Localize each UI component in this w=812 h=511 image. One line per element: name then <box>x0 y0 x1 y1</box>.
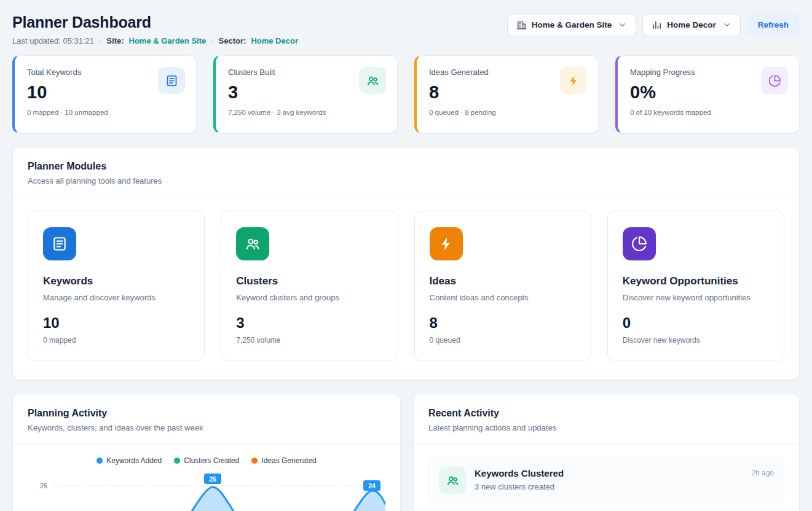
section-title: Recent Activity <box>428 408 784 419</box>
lightning-bolt-icon <box>560 67 587 94</box>
chart-legend: Keywords Added Clusters Created Ideas Ge… <box>28 456 385 465</box>
bar-chart-icon <box>652 20 662 30</box>
area-chart: 25 25 24 <box>28 472 385 511</box>
recent-activity-panel: Recent Activity Latest planning actions … <box>413 394 800 511</box>
legend-dot-icon <box>97 458 103 464</box>
module-title: Keyword Opportunities <box>623 275 769 287</box>
sector-selector-dropdown[interactable]: Home Decor <box>642 14 741 36</box>
meta-separator: · <box>211 36 213 45</box>
refresh-button[interactable]: Refresh <box>747 14 800 36</box>
module-title: Ideas <box>430 275 576 287</box>
chevron-down-icon <box>722 20 731 29</box>
point-label: 24 <box>368 482 376 490</box>
pie-chart-icon <box>761 67 788 94</box>
section-subtitle: Latest planning actions and updates <box>428 423 784 432</box>
planning-activity-panel: Planning Activity Keywords, clusters, an… <box>12 394 401 511</box>
module-subtitle: 0 mapped <box>43 336 189 345</box>
module-card-keyword-opportunities[interactable]: Keyword Opportunities Discover new keywo… <box>607 211 784 361</box>
legend-label: Clusters Created <box>184 456 239 465</box>
bottom-row: Planning Activity Keywords, clusters, an… <box>12 394 800 511</box>
legend-item-keywords-added: Keywords Added <box>97 456 162 465</box>
activity-description: 3 new clusters created <box>475 482 743 491</box>
stat-subtitle: 0 queued · 8 pending <box>429 109 586 116</box>
site-label: Site: <box>106 36 124 45</box>
module-description: Content ideas and concepts <box>430 293 576 302</box>
stats-row: Total Keywords 10 0 mapped · 10 unmapped… <box>12 55 800 133</box>
module-subtitle: 7,250 volume <box>236 336 382 345</box>
pie-chart-icon <box>623 227 656 260</box>
section-title: Planner Modules <box>28 161 784 172</box>
activity-list-item: Keywords Clustered 3 new clusters create… <box>428 458 784 503</box>
module-value: 3 <box>236 314 382 332</box>
data-point-label-badge: 24 <box>363 480 380 491</box>
stat-subtitle: 0 mapped · 10 unmapped <box>27 109 184 116</box>
module-title: Keywords <box>43 275 189 287</box>
planner-modules-header: Planner Modules Access all planning tool… <box>13 147 799 197</box>
module-title: Clusters <box>236 275 382 287</box>
section-subtitle: Access all planning tools and features <box>28 176 784 185</box>
sector-selector-label: Home Decor <box>667 20 716 29</box>
site-selector-label: Home & Garden Site <box>532 20 612 29</box>
meta-separator: · <box>99 36 101 45</box>
header-meta: Last updated: 05:31:21 · Site: Home & Ga… <box>12 36 298 45</box>
planner-dashboard-page: Planner Dashboard Last updated: 05:31:21… <box>0 0 812 511</box>
point-label: 25 <box>209 475 216 483</box>
module-description: Discover new keyword opportunities <box>623 293 769 302</box>
legend-dot-icon <box>251 458 258 464</box>
planner-modules-panel: Planner Modules Access all planning tool… <box>12 147 800 380</box>
module-description: Keyword clusters and groups <box>236 293 382 302</box>
lightning-bolt-icon <box>430 227 463 260</box>
sector-link[interactable]: Home Decor <box>251 36 298 45</box>
modules-grid: Keywords Manage and discover keywords 10… <box>13 197 799 380</box>
module-card-clusters[interactable]: Clusters Keyword clusters and groups 3 7… <box>221 211 398 361</box>
legend-label: Ideas Generated <box>261 456 316 465</box>
legend-item-ideas-generated: Ideas Generated <box>251 456 316 465</box>
module-value: 8 <box>430 314 576 332</box>
module-subtitle: Discover new keywords <box>623 336 769 345</box>
module-description: Manage and discover keywords <box>43 293 189 302</box>
building-icon <box>516 20 527 30</box>
section-title: Planning Activity <box>28 408 385 419</box>
module-value: 0 <box>623 314 769 332</box>
section-subtitle: Keywords, clusters, and ideas over the p… <box>28 423 385 432</box>
activity-timestamp: 2h ago <box>751 469 774 477</box>
page-title: Planner Dashboard <box>12 14 298 31</box>
sector-label: Sector: <box>219 36 246 45</box>
activity-title: Keywords Clustered <box>475 468 743 478</box>
module-subtitle: 0 queued <box>430 336 576 345</box>
header-controls: Home & Garden Site Home Decor Refresh <box>507 14 800 36</box>
data-point-label-badge: 25 <box>204 474 221 484</box>
recent-activity-header: Recent Activity Latest planning actions … <box>414 394 799 443</box>
stat-card-clusters-built: Clusters Built 3 7,250 volume · 3 avg ke… <box>213 55 398 133</box>
document-lines-icon <box>158 67 185 94</box>
stat-card-ideas-generated: Ideas Generated 8 0 queued · 8 pending <box>414 55 599 133</box>
legend-label: Keywords Added <box>106 456 162 465</box>
last-updated-text: Last updated: 05:31:21 <box>12 36 94 45</box>
recent-activity-list: Keywords Clustered 3 new clusters create… <box>414 444 799 503</box>
stat-subtitle: 0 of 10 keywords mapped <box>630 109 787 116</box>
module-value: 10 <box>43 314 189 332</box>
module-card-ideas[interactable]: Ideas Content ideas and concepts 8 0 que… <box>414 211 591 361</box>
activity-text: Keywords Clustered 3 new clusters create… <box>475 467 743 491</box>
stat-card-mapping-progress: Mapping Progress 0% 0 of 10 keywords map… <box>615 55 800 133</box>
users-icon <box>236 227 269 260</box>
document-lines-icon <box>43 227 76 260</box>
planning-activity-chart: Keywords Added Clusters Created Ideas Ge… <box>13 444 400 511</box>
users-icon <box>439 467 466 494</box>
users-icon <box>359 67 386 94</box>
header: Planner Dashboard Last updated: 05:31:21… <box>12 14 800 45</box>
planning-activity-header: Planning Activity Keywords, clusters, an… <box>13 394 400 443</box>
stat-card-total-keywords: Total Keywords 10 0 mapped · 10 unmapped <box>12 55 197 133</box>
chevron-down-icon <box>618 20 627 29</box>
legend-item-clusters-created: Clusters Created <box>174 456 239 465</box>
y-axis-tick: 25 <box>40 482 47 490</box>
stat-subtitle: 7,250 volume · 3 avg keywords <box>228 109 385 116</box>
header-left: Planner Dashboard Last updated: 05:31:21… <box>12 14 298 45</box>
site-link[interactable]: Home & Garden Site <box>129 36 207 45</box>
legend-dot-icon <box>174 458 180 464</box>
module-card-keywords[interactable]: Keywords Manage and discover keywords 10… <box>28 211 205 361</box>
site-selector-dropdown[interactable]: Home & Garden Site <box>507 14 637 36</box>
